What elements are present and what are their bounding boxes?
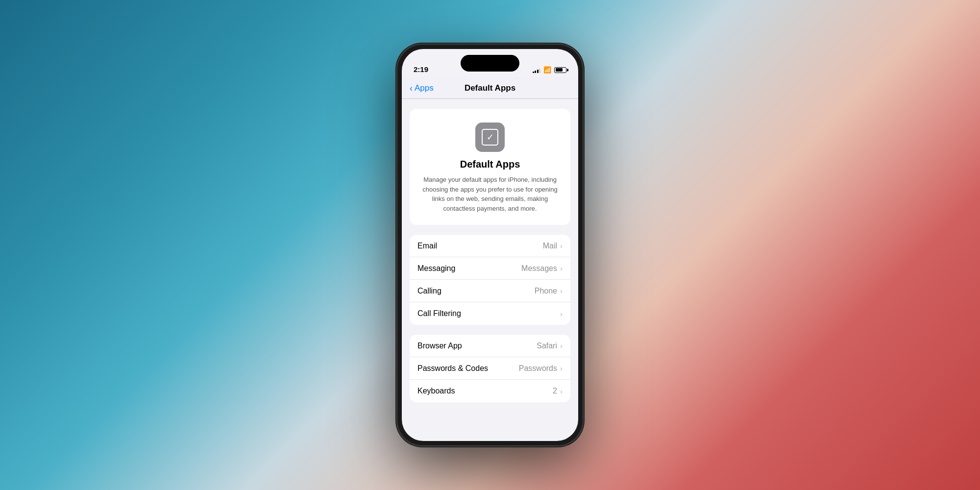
header-title: Default Apps <box>419 159 561 170</box>
keyboards-chevron-icon: › <box>560 387 563 395</box>
keyboards-value: 2 <box>553 387 557 395</box>
keyboards-row[interactable]: Keyboards 2 › <box>410 380 570 402</box>
email-label: Email <box>417 242 543 250</box>
dynamic-island <box>461 55 519 72</box>
settings-group-1: Email Mail › Messaging Messages › Callin… <box>410 235 570 325</box>
checkmark-icon: ✓ <box>487 132 494 143</box>
signal-bar-4 <box>539 69 540 73</box>
call-filtering-row[interactable]: Call Filtering › <box>410 302 570 325</box>
messaging-value: Messages <box>521 264 557 273</box>
browser-app-value: Safari <box>537 342 557 350</box>
app-icon-inner: ✓ <box>482 129 498 146</box>
screen: 2:19 📶 ‹ Ap <box>402 49 578 441</box>
nav-back-button[interactable]: ‹ Apps <box>410 83 434 93</box>
status-icons: 📶 <box>533 66 567 74</box>
calling-row[interactable]: Calling Phone › <box>410 280 570 302</box>
signal-bars-icon <box>533 67 541 73</box>
email-row[interactable]: Email Mail › <box>410 235 570 257</box>
calling-label: Calling <box>417 287 535 295</box>
battery-icon <box>554 67 566 73</box>
content-area: ✓ Default Apps Manage your default apps … <box>402 99 578 441</box>
passwords-codes-label: Passwords & Codes <box>417 364 519 373</box>
messaging-row[interactable]: Messaging Messages › <box>410 257 570 280</box>
messaging-label: Messaging <box>417 264 521 273</box>
call-filtering-chevron-icon: › <box>560 310 563 318</box>
nav-title: Default Apps <box>465 83 515 93</box>
signal-bar-1 <box>533 72 534 73</box>
passwords-codes-value: Passwords <box>519 364 557 373</box>
email-chevron-icon: › <box>560 242 563 250</box>
nav-bar: ‹ Apps Default Apps <box>402 77 578 99</box>
passwords-codes-chevron-icon: › <box>560 364 563 372</box>
messaging-chevron-icon: › <box>560 264 563 272</box>
calling-chevron-icon: › <box>560 287 563 295</box>
calling-value: Phone <box>535 287 557 295</box>
nav-back-label: Apps <box>415 83 434 93</box>
call-filtering-label: Call Filtering <box>417 309 557 318</box>
signal-bar-3 <box>537 70 539 73</box>
passwords-codes-row[interactable]: Passwords & Codes Passwords › <box>410 357 570 380</box>
header-card: ✓ Default Apps Manage your default apps … <box>410 109 570 225</box>
browser-app-chevron-icon: › <box>560 342 563 350</box>
keyboards-label: Keyboards <box>417 387 553 395</box>
email-value: Mail <box>543 242 557 250</box>
browser-app-label: Browser App <box>417 342 537 350</box>
wifi-icon: 📶 <box>543 66 551 74</box>
signal-bar-2 <box>535 71 536 73</box>
browser-app-row[interactable]: Browser App Safari › <box>410 335 570 357</box>
app-icon: ✓ <box>475 122 505 152</box>
header-description: Manage your default apps for iPhone, inc… <box>419 175 561 213</box>
phone-wrapper: 2:19 📶 ‹ Ap <box>397 44 583 446</box>
battery-fill <box>556 68 563 72</box>
phone-body: 2:19 📶 ‹ Ap <box>397 44 583 446</box>
settings-group-2: Browser App Safari › Passwords & Codes P… <box>410 335 570 402</box>
back-chevron-icon: ‹ <box>410 84 413 93</box>
